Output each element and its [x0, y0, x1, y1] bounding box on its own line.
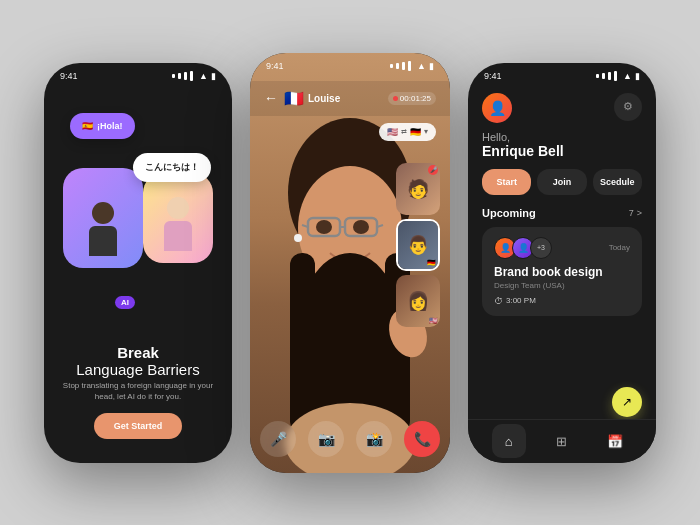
get-started-button[interactable]: Get Started: [94, 413, 183, 439]
thumb-1: 🧑 🎤: [396, 163, 440, 215]
meeting-time: ⏱ 3:00 PM: [494, 296, 630, 306]
video-header: ← 🇫🇷 Louise 00:01:25: [250, 81, 450, 116]
person-figure-2: [158, 197, 198, 257]
mute-button[interactable]: 🎤: [260, 421, 296, 457]
dashboard-header: 👤 ⚙: [468, 85, 656, 127]
battery-icon-3: ▮: [635, 71, 640, 81]
caller-flag: 🇫🇷: [284, 89, 304, 108]
signal-4: [190, 71, 193, 81]
upcoming-header: Upcoming 7 >: [482, 207, 642, 219]
nav-home[interactable]: ⌂: [492, 424, 526, 458]
illustration-area: 🇪🇸 ¡Hola! こんにちは！ AI: [60, 93, 216, 345]
svg-point-8: [353, 220, 369, 234]
rec-dot: [393, 96, 398, 101]
wifi-icon: ▲: [199, 71, 208, 81]
mic-mute-badge-1: 🎤: [428, 165, 438, 175]
svg-point-9: [294, 234, 302, 242]
phone-language-app: 9:41 ▲ ▮ 🇪🇸 ¡Hola! こんにちは！: [44, 63, 232, 463]
thumbnail-grid: 🧑 🎤 👨 🇩🇪 👩 🇺🇸: [396, 163, 440, 327]
person-head-2: [167, 197, 189, 219]
lang-from-flag: 🇺🇸: [387, 127, 398, 137]
schedule-button[interactable]: Scedule: [593, 169, 642, 195]
phone-dashboard: 9:41 ▲ ▮ 👤 ⚙ Hello, Enrique Bell Start J…: [468, 63, 656, 463]
nav-calendar[interactable]: 📅: [598, 424, 632, 458]
upcoming-title: Upcoming: [482, 207, 536, 219]
user-name: Enrique Bell: [482, 143, 642, 159]
headline: Break Language Barriers: [60, 344, 216, 378]
caller-info: 🇫🇷 Louise: [284, 89, 388, 108]
signal-3: [184, 72, 187, 80]
call-controls: 🎤 📷 📸 📞: [250, 421, 450, 457]
dropdown-icon: ▾: [424, 127, 428, 136]
call-duration: 00:01:25: [388, 92, 436, 105]
photo-button[interactable]: 📸: [356, 421, 392, 457]
meeting-avatars: 👤 👤 +3 Today: [494, 237, 630, 259]
meeting-subtitle: Design Team (USA): [494, 281, 630, 290]
swap-icon: ⇄: [401, 128, 407, 136]
person-head-1: [92, 202, 114, 224]
status-icons-2: ▲ ▮: [390, 61, 434, 71]
upcoming-section: Upcoming 7 > 👤 👤 +3 Today Brand book des…: [468, 207, 656, 324]
user-avatar: 👤: [482, 93, 512, 123]
action-buttons: Start Join Scedule: [468, 169, 656, 207]
signal-2: [178, 73, 181, 79]
wifi-icon-3: ▲: [623, 71, 632, 81]
phone-video-call: 9:41 ▲ ▮: [250, 53, 450, 473]
upcoming-count[interactable]: 7 >: [629, 208, 642, 218]
greeting-block: Hello, Enrique Bell: [468, 127, 656, 169]
meeting-card: 👤 👤 +3 Today Brand book design Design Te…: [482, 227, 642, 316]
status-icons-1: ▲ ▮: [172, 71, 216, 81]
start-button[interactable]: Start: [482, 169, 531, 195]
wifi-icon-2: ▲: [417, 61, 426, 71]
subtext: Stop translating a foreign language in y…: [60, 380, 216, 402]
back-button[interactable]: ←: [264, 90, 278, 106]
headline-light: Language Barriers: [60, 361, 216, 378]
status-bar-2: 9:41 ▲ ▮: [250, 53, 450, 75]
attendee-extra: +3: [530, 237, 552, 259]
hola-bubble: 🇪🇸 ¡Hola!: [70, 113, 135, 139]
spain-flag: 🇪🇸: [82, 121, 93, 131]
nav-grid[interactable]: ⊞: [545, 424, 579, 458]
thumb-2: 👨 🇩🇪: [396, 219, 440, 271]
time-1: 9:41: [60, 71, 78, 81]
person-body-1: [89, 226, 117, 256]
thumb-3: 👩 🇺🇸: [396, 275, 440, 327]
clock-icon: ⏱: [494, 296, 503, 306]
japanese-bubble: こんにちは！: [133, 153, 211, 182]
thumb-flag-2: 🇺🇸: [429, 317, 438, 325]
battery-icon-2: ▮: [429, 61, 434, 71]
svg-rect-11: [290, 253, 315, 433]
signal-1: [172, 74, 175, 78]
bottom-nav: ⌂ ⊞ 📅: [468, 419, 656, 463]
end-call-button[interactable]: 📞: [404, 421, 440, 457]
person-figure-1: [83, 202, 123, 262]
hello-text: Hello,: [482, 131, 642, 143]
language-selector[interactable]: 🇺🇸 ⇄ 🇩🇪 ▾: [379, 123, 436, 141]
dashboard-content: 👤 ⚙ Hello, Enrique Bell Start Join Scedu…: [468, 85, 656, 463]
status-icons-3: ▲ ▮: [596, 71, 640, 81]
status-bar-3: 9:41 ▲ ▮: [468, 63, 656, 85]
phone1-text-block: Break Language Barriers Stop translating…: [60, 344, 216, 438]
status-bar-1: 9:41 ▲ ▮: [44, 63, 232, 85]
battery-icon: ▮: [211, 71, 216, 81]
time-3: 9:41: [484, 71, 502, 81]
person-card-dark: [63, 168, 143, 268]
caller-name: Louise: [308, 93, 340, 104]
settings-button[interactable]: ⚙: [614, 93, 642, 121]
thumb-flag-1: 🇩🇪: [427, 259, 436, 267]
person-card-light: [143, 173, 213, 263]
meeting-date: Today: [609, 243, 630, 252]
join-button[interactable]: Join: [537, 169, 586, 195]
phone1-content: 🇪🇸 ¡Hola! こんにちは！ AI Br: [44, 85, 232, 463]
ai-badge: AI: [115, 296, 135, 309]
lang-to-flag: 🇩🇪: [410, 127, 421, 137]
fab-button[interactable]: ↗: [612, 387, 642, 417]
camera-button[interactable]: 📷: [308, 421, 344, 457]
person-body-2: [164, 221, 192, 251]
time-2: 9:41: [266, 61, 284, 71]
svg-point-7: [316, 220, 332, 234]
meeting-title: Brand book design: [494, 265, 630, 279]
